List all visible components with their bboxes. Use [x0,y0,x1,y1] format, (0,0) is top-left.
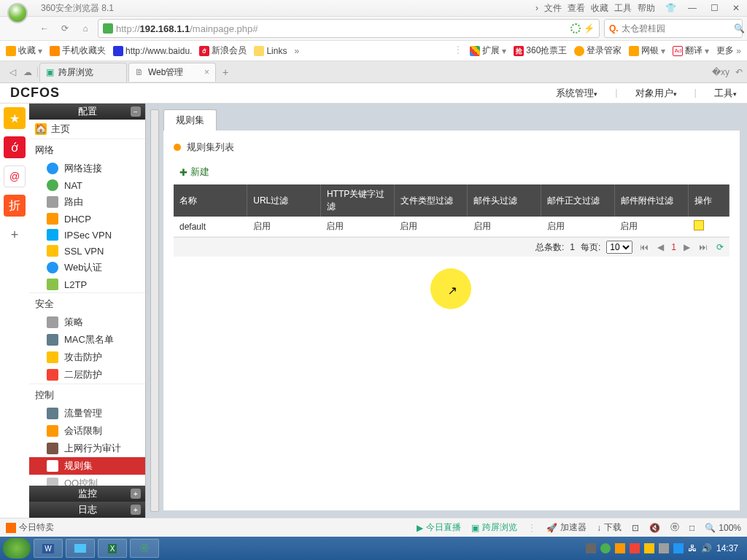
col-maila[interactable]: 邮件附件过滤 [614,184,688,217]
tray-icon-1[interactable] [586,543,596,553]
sb-route[interactable]: 路由 [29,193,145,211]
col-mailb[interactable]: 邮件正文过滤 [541,184,615,217]
bm-ext[interactable]: 扩展▾ [470,44,506,57]
sb-qq[interactable]: QQ控制 [29,475,145,486]
quick-at[interactable]: @ [4,166,26,187]
search-box[interactable]: Q. 🔍 [604,19,743,38]
bm-links[interactable]: Links [254,46,287,56]
lightning-icon[interactable]: ⚡ [584,23,595,34]
pager-next[interactable]: ▶ [682,242,692,252]
sb-traffic[interactable]: 流量管理 [29,405,145,422]
menu-view[interactable]: 查看 [568,2,585,15]
bm-sina[interactable]: ớ新浪会员 [199,44,247,57]
st-accel[interactable]: 🚀加速器 [546,521,587,534]
tray-icon-5[interactable] [644,543,654,553]
bm-login[interactable]: 登录管家 [574,44,622,57]
edit-icon[interactable] [694,220,704,230]
menu-file[interactable]: 文件 [544,2,562,15]
search-icon[interactable]: 🔍 [734,23,745,34]
sb-attack[interactable]: 攻击防护 [29,349,145,366]
bm-translate[interactable]: Ad翻译▾ [673,44,709,57]
reload-button[interactable]: ⟳ [57,20,73,36]
pager-last[interactable]: ⏭ [697,242,709,252]
st-pip[interactable]: ⊡ [632,523,639,533]
fav-button[interactable]: 收藏▾ [6,44,42,57]
compass-icon[interactable] [570,23,581,34]
sb-policy[interactable]: 策略 [29,314,145,331]
menu-tools[interactable]: 工具▾ [714,87,737,100]
sb-layer2[interactable]: 二层防护 [29,366,145,384]
maximize-button[interactable]: ☐ [708,3,721,13]
st-capture[interactable]: □ [689,523,694,533]
perpage-select[interactable]: 10 [606,241,632,254]
tab-back[interactable]: ◁ [4,67,20,77]
sb-l2tp[interactable]: L2TP [29,276,145,292]
content-scrollbar[interactable] [150,109,159,512]
menu-system[interactable]: 系统管理▾ [556,87,597,100]
tab-cloud[interactable]: ☁ [22,67,38,77]
tray-icon-6[interactable] [659,543,669,553]
tab-webadmin[interactable]: 🗎 Web管理 × [128,63,216,82]
bm-bank[interactable]: 网银▾ [629,44,665,57]
menu-fav[interactable]: 收藏 [591,2,608,15]
expand-icon[interactable]: + [131,505,141,515]
table-row[interactable]: default 启用 启用 启用 启用 启用 启用 [174,217,729,237]
sb-sslvpn[interactable]: SSL VPN [29,243,145,259]
pager-first[interactable]: ⏮ [638,242,650,252]
menu-users[interactable]: 对象用户▾ [635,87,677,100]
menu-tool[interactable]: 工具 [614,2,632,15]
quick-weibo[interactable]: ớ [4,136,26,158]
sb-ipsec[interactable]: IPSec VPN [29,227,145,243]
bm-moreright[interactable]: 更多» [716,44,741,57]
collapse-icon[interactable]: − [131,106,141,117]
task-browser[interactable]: ⓔ [130,539,159,558]
bm-phone[interactable]: 手机收藏夹 [50,44,106,57]
col-file[interactable]: 文件类型过滤 [394,184,468,217]
restore-tab-icon[interactable]: �ху [712,67,729,77]
col-http[interactable]: HTTP关键字过滤 [320,184,394,217]
bm-ticket[interactable]: 抢360抢票王 [514,44,567,57]
back-button[interactable]: ← [36,20,53,36]
st-ie[interactable]: ⓔ [670,521,679,534]
col-name[interactable]: 名称 [174,184,247,217]
user-avatar[interactable] [7,3,28,23]
col-op[interactable]: 操作 [688,184,729,217]
tab-close-icon[interactable]: × [204,67,209,77]
sidebar-header-monitor[interactable]: 监控+ [29,486,145,502]
undo-tab-icon[interactable]: ↶ [735,67,743,77]
tray-volume-icon[interactable]: 🔊 [701,543,712,553]
st-live[interactable]: ▶今日直播 [417,521,461,534]
sb-mac[interactable]: MAC黑名单 [29,331,145,349]
tray-icon-2[interactable] [600,543,611,553]
sb-dhcp[interactable]: DHCP [29,211,145,227]
tray-network-icon[interactable]: 🖧 [688,543,697,553]
task-excel[interactable]: X [98,539,127,558]
sb-nat[interactable]: NAT [29,177,145,193]
search-engine-icon[interactable]: Q. [609,23,619,34]
coat-icon[interactable]: 👕 [664,3,677,13]
sidebar-header-log[interactable]: 日志+ [29,502,145,518]
new-button[interactable]: ✚新建 [179,166,209,179]
start-button[interactable] [3,538,31,559]
url-input[interactable]: http://192.168.1.1/mainpage.php# ⚡ [98,19,600,38]
col-url[interactable]: URL过滤 [247,184,321,217]
expand-icon[interactable]: + [131,489,141,499]
pager-refresh[interactable]: ⟳ [715,242,725,252]
col-mailh[interactable]: 邮件头过滤 [468,184,541,217]
tab-add-button[interactable]: + [217,66,233,78]
task-word[interactable]: W [34,539,63,558]
menu-help[interactable]: 帮助 [638,2,655,15]
quick-add-button[interactable]: + [4,224,26,246]
quick-star[interactable]: ★ [4,107,26,129]
quick-discount[interactable]: 折 [4,195,26,217]
bm-more[interactable]: » [294,46,299,56]
content-tab[interactable]: 规则集 [163,109,217,131]
task-desktop[interactable] [66,539,95,558]
search-input[interactable] [622,23,731,34]
home-button[interactable]: ⌂ [77,20,93,36]
sb-audit[interactable]: 上网行为审计 [29,440,145,457]
sb-session[interactable]: 会话限制 [29,422,145,440]
st-zoom[interactable]: 🔍100% [705,523,741,533]
pager-prev[interactable]: ◀ [656,242,665,252]
sidebar-home[interactable]: 🏠主页 [29,120,145,139]
